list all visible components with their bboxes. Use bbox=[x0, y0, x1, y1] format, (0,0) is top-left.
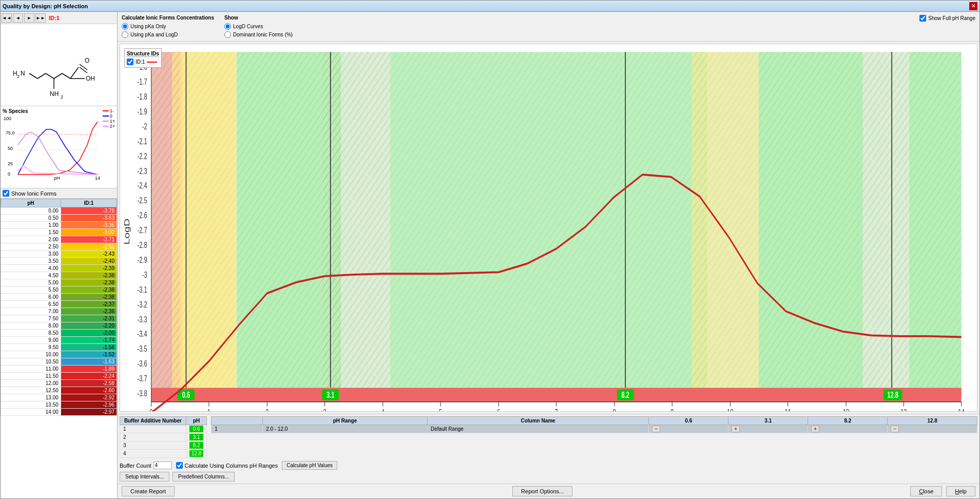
minus-btn-06[interactable]: − bbox=[652, 426, 660, 432]
using-pka-only-label: Using pKa Only bbox=[130, 24, 166, 29]
show-ionic-forms-row: Show Ionic Forms bbox=[1, 188, 117, 199]
svg-rect-37 bbox=[322, 52, 390, 395]
id1-checkbox[interactable] bbox=[127, 59, 133, 65]
id1-cell: -1.63 bbox=[61, 358, 117, 366]
plus-btn-31[interactable]: + bbox=[732, 426, 740, 432]
footer-bar: Create Report Report Options... Close He… bbox=[118, 484, 979, 498]
calc-using-ph-checkbox[interactable] bbox=[176, 462, 183, 469]
ph-cell: 0.00 bbox=[1, 207, 61, 215]
svg-text:O: O bbox=[85, 57, 89, 64]
close-button[interactable]: Close bbox=[910, 486, 942, 496]
id1-cell: -2.31 bbox=[61, 315, 117, 322]
nav-last-button[interactable]: ►► bbox=[35, 13, 46, 23]
main-content: ◄◄ ◄ ► ►► ID:1 H 2 N bbox=[1, 12, 979, 498]
ph-cell: 8.00 bbox=[1, 322, 61, 330]
svg-line-13 bbox=[80, 64, 87, 70]
using-pka-only-radio[interactable] bbox=[122, 23, 128, 30]
using-pka-logd-radio[interactable] bbox=[122, 31, 128, 38]
ph-col-header: pH bbox=[1, 199, 61, 207]
minus-btn-128[interactable]: − bbox=[891, 426, 899, 432]
legend-1minus-label: 1- bbox=[110, 108, 114, 113]
svg-text:4: 4 bbox=[381, 407, 385, 411]
buffer-count-row: Buffer Count bbox=[120, 462, 172, 469]
bottom-tables: Buffer Additive Number pH 10.623.138.241… bbox=[120, 416, 977, 458]
help-button[interactable]: Help bbox=[946, 486, 975, 496]
svg-text:12.8: 12.8 bbox=[887, 390, 898, 400]
svg-text:NH: NH bbox=[50, 90, 59, 98]
legend-1plus-color bbox=[103, 121, 109, 122]
svg-text:-3.6: -3.6 bbox=[137, 359, 147, 369]
full-ph-range-row: Show Full pH Range bbox=[919, 15, 975, 22]
svg-text:50: 50 bbox=[8, 146, 13, 151]
id1-cell: -2.71 bbox=[61, 236, 117, 243]
ph-cell: 1.50 bbox=[1, 229, 61, 236]
species-chart-title: % Species bbox=[3, 108, 115, 114]
ph-table-row: 10.50-1.63 bbox=[1, 358, 117, 366]
dominant-ionic-row[interactable]: Dominant Ionic Forms (%) bbox=[224, 31, 293, 38]
ph-table-row: 9.00-1.74 bbox=[1, 337, 117, 344]
ph-table-row: 9.50-1.56 bbox=[1, 344, 117, 351]
svg-text:12: 12 bbox=[843, 407, 849, 411]
logd-curves-row[interactable]: LogD Curves bbox=[224, 23, 293, 30]
structure-ids-box: Structure IDs ID:1 bbox=[124, 48, 162, 68]
nav-first-button[interactable]: ◄◄ bbox=[2, 13, 12, 23]
ph-table-row: 6.00-2.38 bbox=[1, 294, 117, 301]
logd-curves-label: LogD Curves bbox=[233, 24, 263, 29]
window-close-button[interactable]: ✕ bbox=[969, 2, 977, 10]
ph-cell: 3.00 bbox=[1, 251, 61, 258]
ph-table-row: 5.00-2.38 bbox=[1, 279, 117, 286]
buffer-count-label: Buffer Count bbox=[120, 463, 151, 469]
range-col-128: − bbox=[888, 425, 977, 433]
range-col-06: − bbox=[649, 425, 728, 433]
svg-text:-2.4: -2.4 bbox=[137, 181, 147, 190]
buffer-ph-cell: 0.6 bbox=[186, 425, 206, 433]
report-options-button[interactable]: Report Options... bbox=[512, 486, 572, 496]
nav-next-button[interactable]: ► bbox=[24, 13, 34, 23]
setup-intervals-button[interactable]: Setup Intervals... bbox=[120, 472, 169, 482]
nav-prev-button[interactable]: ◄ bbox=[13, 13, 23, 23]
ph-cell: 5.50 bbox=[1, 286, 61, 294]
current-id-label: ID:1 bbox=[49, 15, 60, 21]
ph-cell: 9.50 bbox=[1, 344, 61, 351]
close-rest: lose bbox=[923, 488, 933, 494]
ph-table-row: 14.00-2.97 bbox=[1, 409, 117, 416]
legend-1plus-label: 1+ bbox=[110, 119, 115, 124]
calculate-ph-values-button[interactable]: Calculate pH Values bbox=[282, 461, 337, 470]
svg-line-4 bbox=[37, 73, 46, 79]
svg-text:14: 14 bbox=[958, 407, 964, 411]
ph-table-row: 4.00-2.39 bbox=[1, 265, 117, 272]
buffer-table-row: 38.2 bbox=[120, 442, 207, 450]
ph-table-row: 8.50-2.00 bbox=[1, 330, 117, 337]
svg-text:-3.7: -3.7 bbox=[137, 374, 147, 383]
using-pka-only-row[interactable]: Using pKa Only bbox=[122, 23, 214, 30]
dominant-ionic-radio[interactable] bbox=[224, 31, 231, 38]
create-report-button[interactable]: Create Report bbox=[122, 486, 175, 496]
show-ionic-forms-checkbox[interactable] bbox=[3, 190, 9, 197]
buffer-num-cell: 4 bbox=[120, 450, 186, 458]
svg-rect-39 bbox=[390, 52, 707, 395]
ph-table-row: 2.50-2.52 bbox=[1, 243, 117, 251]
plus-btn-82[interactable]: + bbox=[811, 426, 819, 432]
using-pka-logd-row[interactable]: Using pKa and LogD bbox=[122, 31, 214, 38]
id1-cell: -2.38 bbox=[61, 286, 117, 294]
logd-curves-radio[interactable] bbox=[224, 23, 231, 30]
svg-text:-3: -3 bbox=[142, 270, 147, 280]
id1-cell: -2.92 bbox=[61, 394, 117, 401]
ph-cell: 13.50 bbox=[1, 401, 61, 409]
predefined-columns-button[interactable]: Predefined Columns... bbox=[172, 472, 235, 482]
molecule-structure-area: H 2 N NH 2 O bbox=[1, 24, 117, 106]
id1-cell: -2.38 bbox=[61, 272, 117, 279]
buffer-count-input[interactable] bbox=[153, 462, 172, 469]
id1-cell: -2.39 bbox=[61, 265, 117, 272]
species-chart-svg: 100 75.0 50 25 0 bbox=[3, 114, 116, 181]
structure-id-item: ID:1 bbox=[127, 59, 159, 65]
ph-cell: 0.50 bbox=[1, 215, 61, 222]
ph-cell: 2.50 bbox=[1, 243, 61, 251]
svg-text:2: 2 bbox=[265, 407, 268, 411]
full-ph-range-checkbox[interactable] bbox=[919, 15, 926, 22]
svg-text:8.2: 8.2 bbox=[621, 390, 629, 400]
buffer-table-container: Buffer Additive Number pH 10.623.138.241… bbox=[120, 416, 207, 458]
svg-text:9: 9 bbox=[670, 407, 674, 411]
ph-table-row: 13.00-2.92 bbox=[1, 394, 117, 401]
col-06-header: 0.6 bbox=[649, 417, 728, 425]
